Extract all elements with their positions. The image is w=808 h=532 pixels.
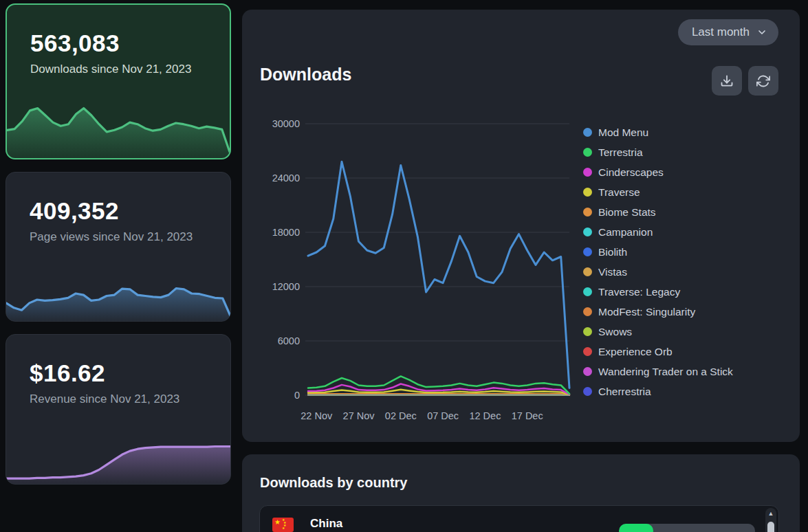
country-panel-title: Downloads by country bbox=[260, 475, 407, 491]
svg-text:18000: 18000 bbox=[272, 227, 300, 238]
revenue-total-label: Revenue since Nov 21, 2023 bbox=[6, 387, 230, 407]
stat-card-pageviews[interactable]: 409,352 Page views since Nov 21, 2023 bbox=[6, 172, 231, 322]
legend-item[interactable]: Vistas bbox=[583, 262, 733, 282]
legend-item[interactable]: ModFest: Singularity bbox=[583, 302, 733, 322]
legend-label: ModFest: Singularity bbox=[598, 306, 695, 318]
svg-text:12000: 12000 bbox=[272, 281, 300, 292]
legend-dot-icon bbox=[583, 327, 592, 336]
svg-text:22 Nov: 22 Nov bbox=[301, 410, 333, 421]
export-csv-button[interactable] bbox=[712, 66, 742, 96]
stat-card-downloads[interactable]: 563,083 Downloads since Nov 21, 2023 bbox=[6, 3, 231, 159]
legend-item[interactable]: Biolith bbox=[583, 242, 733, 262]
pageviews-total-label: Page views since Nov 21, 2023 bbox=[6, 225, 230, 245]
legend-dot-icon bbox=[583, 208, 592, 217]
country-name: China bbox=[310, 517, 342, 531]
legend-label: Traverse bbox=[598, 186, 640, 199]
revenue-total: $16.62 bbox=[6, 335, 230, 387]
legend-item[interactable]: Terrestria bbox=[583, 142, 733, 162]
downloads-total: 563,083 bbox=[7, 5, 230, 57]
legend-label: Biome Stats bbox=[598, 206, 656, 219]
time-range-selector[interactable]: Last month bbox=[678, 19, 778, 45]
legend-dot-icon bbox=[583, 267, 592, 276]
refresh-icon bbox=[756, 74, 770, 88]
svg-text:02 Dec: 02 Dec bbox=[385, 410, 417, 421]
country-list: ★★★★★ China ▲ bbox=[259, 505, 779, 532]
refresh-button[interactable] bbox=[748, 66, 778, 96]
legend-item[interactable]: Campanion bbox=[583, 222, 733, 242]
svg-text:27 Nov: 27 Nov bbox=[343, 410, 375, 421]
main-column: Last month Downloads 0600012000180002400… bbox=[242, 10, 800, 532]
chevron-down-icon bbox=[756, 27, 767, 38]
scrollbar-thumb[interactable] bbox=[767, 522, 774, 532]
legend-dot-icon bbox=[583, 347, 592, 356]
pageviews-sparkline bbox=[6, 269, 230, 321]
legend-dot-icon bbox=[583, 387, 592, 396]
legend-item[interactable]: Cinderscapes bbox=[583, 162, 733, 182]
legend-label: Cinderscapes bbox=[598, 166, 664, 179]
download-icon bbox=[720, 74, 734, 88]
legend-dot-icon bbox=[583, 287, 592, 296]
country-progress-fill bbox=[619, 524, 653, 532]
legend-dot-icon bbox=[583, 367, 592, 376]
legend-dot-icon bbox=[583, 128, 592, 137]
legend-dot-icon bbox=[583, 307, 592, 316]
legend-label: Traverse: Legacy bbox=[598, 286, 680, 298]
svg-text:07 Dec: 07 Dec bbox=[427, 410, 459, 421]
legend-item[interactable]: Traverse: Legacy bbox=[583, 282, 733, 302]
svg-text:0: 0 bbox=[294, 390, 300, 401]
svg-text:12 Dec: 12 Dec bbox=[469, 410, 501, 421]
chart-legend: Mod MenuTerrestriaCinderscapesTraverseBi… bbox=[583, 122, 733, 401]
pageviews-total: 409,352 bbox=[6, 173, 230, 225]
downloads-total-label: Downloads since Nov 21, 2023 bbox=[7, 57, 230, 77]
revenue-sparkline bbox=[6, 429, 230, 484]
legend-item[interactable]: Mod Menu bbox=[583, 122, 733, 142]
legend-label: Swows bbox=[598, 326, 632, 338]
legend-dot-icon bbox=[583, 188, 592, 197]
downloads-chart-title: Downloads bbox=[260, 65, 351, 85]
legend-label: Campanion bbox=[598, 226, 653, 239]
legend-item[interactable]: Traverse bbox=[583, 182, 733, 202]
svg-text:24000: 24000 bbox=[272, 173, 300, 184]
svg-text:6000: 6000 bbox=[278, 335, 300, 346]
stat-card-revenue[interactable]: $16.62 Revenue since Nov 21, 2023 bbox=[6, 334, 231, 485]
scrollbar[interactable]: ▲ bbox=[765, 508, 776, 532]
scroll-up-arrow-icon[interactable]: ▲ bbox=[765, 510, 776, 517]
downloads-sparkline bbox=[7, 95, 230, 158]
legend-label: Terrestria bbox=[598, 146, 643, 159]
legend-dot-icon bbox=[583, 228, 592, 236]
svg-text:17 Dec: 17 Dec bbox=[512, 410, 543, 421]
legend-item[interactable]: Cherrestria bbox=[583, 381, 733, 401]
legend-item[interactable]: Swows bbox=[583, 322, 733, 342]
legend-label: Biolith bbox=[598, 246, 627, 258]
legend-dot-icon bbox=[583, 168, 592, 177]
legend-label: Vistas bbox=[598, 266, 627, 278]
country-progress-bar bbox=[619, 524, 755, 532]
legend-label: Experience Orb bbox=[598, 346, 673, 358]
country-panel: Downloads by country ★★★★★ China ▲ bbox=[242, 454, 800, 532]
legend-label: Cherrestria bbox=[598, 386, 651, 398]
legend-item[interactable]: Wandering Trader on a Stick bbox=[583, 362, 733, 381]
china-flag-icon: ★★★★★ bbox=[272, 518, 294, 532]
stats-sidebar: 563,083 Downloads since Nov 21, 2023 409… bbox=[6, 3, 231, 485]
legend-item[interactable]: Experience Orb bbox=[583, 342, 733, 362]
legend-label: Mod Menu bbox=[598, 126, 648, 139]
legend-item[interactable]: Biome Stats bbox=[583, 202, 733, 222]
legend-dot-icon bbox=[583, 247, 592, 256]
svg-text:30000: 30000 bbox=[272, 118, 300, 129]
legend-dot-icon bbox=[583, 148, 592, 157]
time-range-label: Last month bbox=[692, 25, 750, 39]
downloads-panel: Last month Downloads 0600012000180002400… bbox=[242, 10, 800, 442]
legend-label: Wandering Trader on a Stick bbox=[598, 366, 733, 378]
downloads-line-chart: 060001200018000240003000022 Nov27 Nov02 … bbox=[267, 117, 583, 433]
